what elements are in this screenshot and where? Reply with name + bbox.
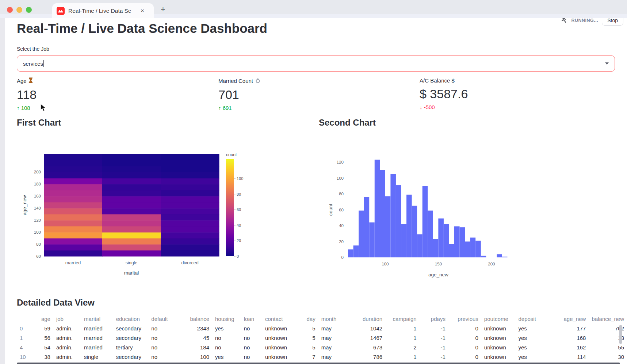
table-cell: yes — [515, 342, 547, 352]
table-cell: no — [148, 352, 179, 361]
metric-label: A/C Balance $ — [420, 77, 455, 84]
table-cell: balance_new — [589, 314, 627, 323]
svg-text:100: 100 — [237, 176, 243, 181]
table-cell: yes — [212, 352, 241, 361]
metric-balance: A/C Balance $ $ 3587.6 ↓ -500 — [420, 77, 468, 110]
table-cell: 5 — [301, 342, 318, 352]
svg-text:age_new: age_new — [428, 272, 448, 277]
table-cell: single — [81, 352, 113, 361]
table-cell: 0 — [448, 333, 481, 342]
table-cell: 0 — [448, 342, 481, 352]
table-cell: 1 — [385, 333, 420, 342]
metric-delta: ↑ 108 — [17, 105, 37, 111]
table-cell: tertiary — [113, 342, 149, 352]
table-cell: 0 — [448, 323, 481, 333]
table-cell: no — [241, 323, 262, 333]
table-cell: admin. — [53, 342, 81, 352]
table-cell: 30 — [589, 352, 627, 361]
svg-text:80: 80 — [339, 192, 344, 196]
table-cell: 1 — [385, 323, 420, 333]
svg-text:120: 120 — [34, 218, 41, 222]
table-row: 1038admin.singlesecondaryno100yesnounkno… — [17, 352, 627, 361]
svg-text:160: 160 — [34, 194, 41, 198]
svg-text:150: 150 — [435, 262, 442, 266]
table-cell: 2343 — [179, 323, 212, 333]
metric-delta: ↑ 691 — [218, 105, 261, 111]
svg-text:140: 140 — [34, 206, 41, 210]
table-cell: yes — [212, 323, 241, 333]
table-cell: secondary — [113, 333, 149, 342]
metric-value: 701 — [218, 88, 261, 102]
table-cell: campaign — [385, 314, 420, 323]
table-cell: no — [148, 342, 179, 352]
svg-text:20: 20 — [237, 238, 241, 243]
table-cell: 5 — [301, 323, 318, 333]
table-cell: 2 — [385, 342, 420, 352]
page-title: Real-Time / Live Data Science Dashboard — [17, 21, 267, 36]
svg-text:60: 60 — [237, 207, 241, 212]
traffic-light-minimize[interactable] — [16, 7, 22, 13]
table-cell: poutcome — [481, 314, 516, 323]
table-cell: previous — [448, 314, 481, 323]
screen: Real-Time / Live Data Sc × + RUNNING... … — [0, 0, 627, 364]
svg-text:count: count — [226, 152, 237, 157]
metric-value: $ 3587.6 — [420, 87, 468, 101]
table-cell: housing — [212, 314, 241, 323]
table-cell: unknown — [262, 323, 301, 333]
table-scrollbar-horizontal[interactable] — [17, 363, 620, 364]
svg-text:200: 200 — [488, 262, 495, 266]
table-cell: unknown — [262, 352, 301, 361]
job-select[interactable]: services — [17, 55, 615, 72]
new-tab-button[interactable]: + — [161, 5, 165, 14]
table-cell: may — [318, 342, 344, 352]
chevron-down-icon[interactable] — [605, 62, 609, 65]
table-cell: no — [241, 352, 262, 361]
traffic-light-close[interactable] — [7, 7, 13, 13]
table-cell: 162 — [547, 342, 589, 352]
svg-text:100: 100 — [34, 230, 41, 234]
table-cell: 673 — [344, 342, 385, 352]
table-cell: job — [53, 314, 81, 323]
section-heading-first-chart: First Chart — [17, 118, 61, 128]
table-cell: 4 — [17, 342, 36, 352]
mouse-cursor-icon — [40, 104, 46, 113]
table-cell: 1 — [17, 333, 36, 342]
table-cell: unknown — [481, 333, 516, 342]
table-cell: unknown — [262, 333, 301, 342]
table-cell: 59 — [36, 323, 53, 333]
table-cell: may — [318, 323, 344, 333]
table-cell: deposit — [515, 314, 547, 323]
data-table[interactable]: agejobmaritaleducationdefaultbalancehous… — [17, 314, 627, 364]
table-cell: 100 — [179, 352, 212, 361]
heatmap-chart: 6080100120140160180200marriedsingledivor… — [17, 149, 265, 282]
streamlit-favicon-icon — [57, 7, 65, 15]
tab-title: Real-Time / Live Data Sc — [68, 8, 140, 14]
table-cell: married — [81, 333, 113, 342]
table-cell: no — [212, 342, 241, 352]
table-scrollbar-vertical[interactable] — [619, 325, 622, 344]
table-cell: balance — [179, 314, 212, 323]
table-row-header: agejobmaritaleducationdefaultbalancehous… — [17, 314, 627, 323]
tab-close-icon[interactable]: × — [141, 7, 144, 15]
table-cell: 5 — [301, 333, 318, 342]
table-cell: married — [81, 342, 113, 352]
table-cell: marital — [81, 314, 113, 323]
table-cell — [17, 314, 36, 323]
table-cell: pdays — [420, 314, 448, 323]
svg-text:divorced: divorced — [181, 260, 198, 265]
ring-icon — [255, 77, 261, 84]
table-cell: no — [148, 323, 179, 333]
svg-text:marital: marital — [124, 270, 139, 276]
table-cell: unknown — [481, 352, 516, 361]
svg-text:0: 0 — [237, 254, 239, 258]
traffic-light-zoom[interactable] — [26, 7, 32, 13]
metric-label: Age — [17, 78, 27, 84]
svg-text:60: 60 — [339, 208, 344, 212]
table-cell: no — [148, 333, 179, 342]
svg-text:0: 0 — [341, 255, 344, 260]
table-cell: month — [318, 314, 344, 323]
browser-tab[interactable]: Real-Time / Live Data Sc × — [52, 3, 154, 18]
svg-text:80: 80 — [237, 192, 241, 196]
table-cell: -1 — [420, 323, 448, 333]
text-cursor — [43, 60, 44, 67]
